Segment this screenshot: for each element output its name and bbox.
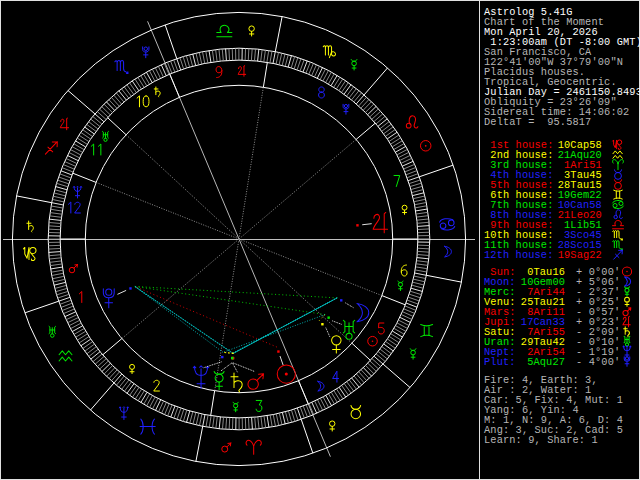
svg-text:Plut:: Plut:: [484, 356, 516, 368]
svg-text:5Aqu27: 5Aqu27: [521, 356, 565, 368]
svg-text:- 4°00': - 4°00': [576, 356, 620, 368]
svg-text:Learn: 9, Share: 1: Learn: 9, Share: 1: [484, 434, 598, 446]
svg-text:DeltaT = 95.5817: DeltaT = 95.5817: [484, 116, 591, 128]
svg-text:12th house:: 12th house:: [484, 249, 554, 261]
svg-text:19Sag22: 19Sag22: [558, 249, 602, 261]
